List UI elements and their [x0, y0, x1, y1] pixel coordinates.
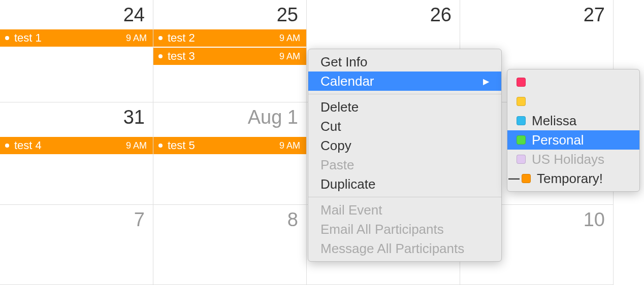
event-time: 9 AM: [279, 140, 300, 151]
submenu-item-melissa[interactable]: Melissa: [507, 111, 639, 130]
color-swatch-icon: [522, 174, 531, 183]
day-cell[interactable]: 25test 29 AMtest 39 AM: [153, 0, 307, 102]
event-dot-icon: [158, 54, 163, 58]
submenu-item-label: US Holidays: [532, 152, 604, 167]
menu-item-label: Cut: [320, 119, 341, 134]
day-number: 8: [287, 209, 298, 231]
menu-item-get-info[interactable]: Get Info: [308, 52, 501, 72]
events-container: test 29 AMtest 39 AM: [153, 29, 306, 66]
calendar-submenu: MelissaPersonalUS Holidays—Temporary!: [507, 69, 640, 192]
day-number: 26: [430, 4, 452, 26]
submenu-item-temporary[interactable]: —Temporary!: [507, 169, 639, 188]
menu-item-label: Copy: [320, 138, 351, 154]
events-container: test 49 AM: [0, 137, 153, 155]
event-left: test 2: [158, 31, 195, 45]
event-left: test 4: [5, 139, 42, 152]
menu-item-copy[interactable]: Copy: [308, 136, 501, 155]
menu-item-message-all-participants: Message All Participants: [308, 239, 501, 258]
event-left: test 3: [158, 50, 195, 63]
menu-item-duplicate[interactable]: Duplicate: [308, 174, 501, 194]
menu-item-label: Mail Event: [320, 202, 382, 218]
color-swatch-icon: [517, 97, 526, 106]
event-time: 9 AM: [126, 140, 147, 151]
submenu-item-us-holidays: US Holidays: [507, 150, 639, 169]
menu-divider: [308, 94, 501, 94]
event-title: test 2: [168, 31, 195, 45]
calendar-event[interactable]: test 59 AM: [153, 137, 306, 154]
menu-item-calendar[interactable]: Calendar▶: [308, 72, 501, 91]
submenu-item-label: Personal: [532, 132, 584, 148]
day-number: 25: [277, 4, 298, 26]
menu-item-cut[interactable]: Cut: [308, 117, 501, 136]
event-left: test 5: [158, 139, 195, 152]
color-swatch-icon: [517, 155, 526, 164]
submenu-item-yellow[interactable]: [507, 92, 639, 111]
submenu-item-pink[interactable]: [507, 73, 639, 92]
menu-item-email-all-participants: Email All Participants: [308, 220, 501, 239]
color-swatch-icon: [517, 135, 526, 145]
calendar-event[interactable]: test 19 AM: [0, 29, 153, 47]
menu-item-paste: Paste: [308, 155, 501, 174]
menu-item-mail-event: Mail Event: [308, 200, 501, 220]
menu-divider: [308, 197, 501, 197]
calendar-event[interactable]: test 39 AM: [153, 48, 306, 65]
day-number: 24: [123, 4, 145, 26]
menu-item-label: Message All Participants: [320, 241, 464, 257]
events-container: test 19 AM: [0, 29, 153, 48]
submenu-item-label: Temporary!: [537, 171, 603, 187]
event-time: 9 AM: [126, 33, 147, 44]
event-dot-icon: [158, 144, 163, 148]
day-cell[interactable]: Aug 1test 59 AM: [153, 102, 307, 205]
day-number: Aug 1: [248, 106, 298, 128]
color-swatch-icon: [517, 78, 526, 87]
event-title: test 4: [14, 139, 42, 152]
menu-item-label: Delete: [320, 99, 359, 115]
color-swatch-icon: [517, 116, 526, 125]
event-title: test 1: [14, 31, 42, 45]
submenu-item-label: Melissa: [532, 113, 576, 129]
submenu-arrow-icon: ▶: [483, 77, 489, 86]
day-cell[interactable]: 8: [153, 205, 307, 285]
menu-item-label: Get Info: [320, 54, 368, 70]
day-number: 27: [584, 4, 605, 26]
event-time: 9 AM: [279, 51, 300, 62]
event-dot-icon: [5, 144, 9, 148]
day-cell[interactable]: 7: [0, 205, 153, 285]
day-number: 10: [584, 209, 605, 231]
event-time: 9 AM: [279, 33, 300, 44]
calendar-event[interactable]: test 29 AM: [153, 29, 306, 47]
event-dot-icon: [5, 36, 9, 40]
menu-item-label: Duplicate: [320, 176, 375, 192]
check-icon: —: [508, 172, 516, 185]
event-dot-icon: [158, 36, 163, 40]
day-number: 31: [123, 106, 145, 128]
menu-item-label: Paste: [320, 157, 355, 173]
menu-item-label: Calendar: [320, 74, 374, 89]
day-cell[interactable]: 24test 19 AM: [0, 0, 153, 102]
day-cell[interactable]: 31test 49 AM: [0, 102, 153, 205]
calendar-event[interactable]: test 49 AM: [0, 137, 153, 154]
menu-item-label: Email All Participants: [320, 222, 444, 237]
event-left: test 1: [5, 31, 42, 45]
submenu-item-personal[interactable]: Personal: [507, 130, 639, 150]
day-number: 7: [134, 209, 145, 231]
context-menu: Get InfoCalendar▶DeleteCutCopyPasteDupli…: [308, 49, 502, 262]
event-title: test 3: [168, 50, 195, 63]
events-container: test 59 AM: [153, 137, 306, 155]
menu-item-delete[interactable]: Delete: [308, 97, 501, 117]
event-title: test 5: [168, 139, 195, 152]
